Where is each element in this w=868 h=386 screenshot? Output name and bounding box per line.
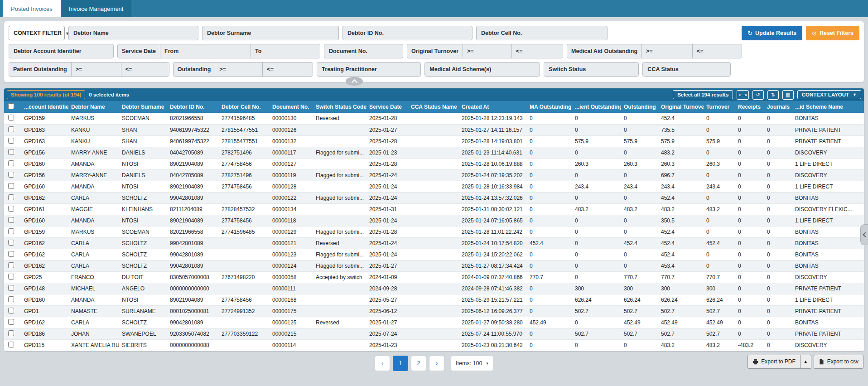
row-checkbox[interactable]: [8, 296, 14, 302]
document-no-input[interactable]: [324, 44, 403, 58]
column-header-debtor-id-no[interactable]: Debtor ID No.: [167, 101, 219, 113]
column-header-debtor-surname[interactable]: Debtor Surname: [119, 101, 167, 113]
table-row[interactable]: GPD162CARLASCHOLTZ9904280108900000122Fla…: [4, 192, 864, 203]
treating-practitioner-input[interactable]: [317, 62, 421, 77]
table-row[interactable]: GPD25FRANCODU TOIT8305057000008276714982…: [4, 271, 864, 283]
tab-posted-invoices[interactable]: Posted Invoices: [3, 0, 61, 17]
column-header-outstanding[interactable]: Outstanding: [621, 101, 658, 113]
export-pdf-button[interactable]: Export to PDF: [747, 355, 800, 369]
table-row[interactable]: GPD162CARLASCHOLTZ9904280108900000125Rev…: [4, 317, 864, 328]
column-header-original-turnover[interactable]: Original Turnover: [658, 101, 704, 113]
column-header-id-scheme-name[interactable]: ...id Scheme Name: [792, 101, 864, 113]
column-header-created-at[interactable]: Created At: [459, 101, 527, 113]
context-filter-select[interactable]: CONTEXT FILTER ▾: [9, 26, 65, 40]
debtor-cell-input[interactable]: [476, 26, 608, 40]
cca-status-input[interactable]: [642, 62, 731, 77]
row-checkbox[interactable]: [8, 138, 14, 144]
row-checkbox[interactable]: [8, 160, 14, 166]
row-checkbox[interactable]: [8, 172, 14, 178]
switch-status-input[interactable]: [544, 62, 639, 77]
row-checkbox[interactable]: [8, 330, 14, 336]
original-turnover-gte-input[interactable]: [463, 44, 512, 58]
prev-page-button[interactable]: ‹: [375, 356, 390, 371]
table-row[interactable]: GPD156MARRY-ANNEDANIELS04042705089278275…: [4, 147, 864, 158]
table-row[interactable]: GPD186JOHANSWANEPOEL92033050740822777033…: [4, 328, 864, 339]
export-csv-button[interactable]: Export to csv: [814, 355, 863, 369]
table-row[interactable]: GPD162CARLASCHOLTZ9904280108900000124Fla…: [4, 260, 864, 271]
column-header-cca-status-name[interactable]: CCA Status Name: [408, 101, 459, 113]
table-row[interactable]: GPD160AMANDANTOSI89021904089277475845600…: [4, 215, 864, 226]
table-row[interactable]: GPD160AMANDANTOSI89021904089277475845600…: [4, 294, 864, 305]
row-checkbox[interactable]: [8, 342, 14, 347]
row-checkbox[interactable]: [8, 115, 14, 121]
table-row[interactable]: GPD156MARRY-ANNEDANIELS04042705089278275…: [4, 169, 864, 181]
debtor-account-identifier-input[interactable]: [9, 44, 114, 58]
row-checkbox[interactable]: [8, 194, 14, 200]
row-checkbox[interactable]: [8, 183, 14, 189]
column-header-debtor-name[interactable]: Debtor Name: [68, 101, 119, 113]
table-row[interactable]: GPD159MARKUSSCOEMAN820219665582774159648…: [4, 113, 864, 124]
debtor-surname-input[interactable]: [202, 26, 339, 40]
column-header-receipts[interactable]: Receipts: [735, 101, 764, 113]
column-header-ient-outstanding[interactable]: ...ient Outstanding: [572, 101, 621, 113]
original-turnover-lte-input[interactable]: [512, 44, 563, 58]
page-2-button[interactable]: 2: [411, 356, 426, 371]
items-per-page-select[interactable]: Items: 100 ▾: [451, 356, 493, 371]
patient-outstanding-gte-input[interactable]: [72, 63, 121, 76]
medical-aid-outstanding-lte-input[interactable]: [693, 44, 742, 58]
column-header-debtor-cell-no[interactable]: Debtor Cell No.: [219, 101, 270, 113]
table-row[interactable]: GPD159MARKUSSCOEMAN820219665582774159648…: [4, 226, 864, 237]
column-header-switch-status-code[interactable]: Switch Status Code: [313, 101, 366, 113]
table-row[interactable]: GPD163KANKUSHAN9406199745322278155477551…: [4, 124, 864, 135]
sort-button[interactable]: ⇅: [767, 90, 779, 100]
fit-columns-button[interactable]: ⇤⇥: [737, 90, 748, 100]
select-all-checkbox[interactable]: [8, 103, 14, 109]
side-panel-toggle[interactable]: [860, 224, 868, 245]
row-checkbox[interactable]: [8, 308, 14, 314]
column-header-turnover[interactable]: Turnover: [704, 101, 735, 113]
page-1-button[interactable]: 1: [393, 356, 408, 371]
next-page-button[interactable]: ›: [429, 356, 444, 371]
row-checkbox[interactable]: [8, 206, 14, 212]
row-checkbox[interactable]: [8, 285, 14, 291]
column-header-journals[interactable]: Journals: [764, 101, 792, 113]
row-checkbox[interactable]: [8, 274, 14, 280]
service-date-to-input[interactable]: [251, 44, 320, 58]
collapse-filters-button[interactable]: [346, 77, 363, 86]
table-row[interactable]: GPD160AMANDANTOSI89021904089277475845600…: [4, 158, 864, 169]
table-row[interactable]: GPD148MICHAELANGELO000000000000000000111…: [4, 283, 864, 294]
context-layout-select[interactable]: CONTEXT LAYOUT ▼: [797, 90, 861, 99]
row-checkbox[interactable]: [8, 228, 14, 234]
column-header-ma-outstanding[interactable]: MA Outstanding: [527, 101, 572, 113]
table-row[interactable]: GPD162CARLASCHOLTZ9904280108900000121Rev…: [4, 237, 864, 249]
table-row[interactable]: GPD163KANKUSHAN9406199745322278155477551…: [4, 135, 864, 147]
column-header-ccount-identifier[interactable]: ...ccount Identifier: [21, 101, 68, 113]
update-results-button[interactable]: ↻ Update Results: [742, 26, 802, 40]
row-checkbox[interactable]: [8, 319, 14, 325]
table-row[interactable]: GPD160AMANDANTOSI89021904089277475845600…: [4, 181, 864, 192]
medical-aid-outstanding-gte-input[interactable]: [642, 44, 693, 58]
debtor-id-input[interactable]: [342, 26, 473, 40]
column-header-service-date[interactable]: Service Date: [366, 101, 408, 113]
row-checkbox[interactable]: [8, 149, 14, 155]
row-checkbox[interactable]: [8, 262, 14, 268]
tab-invoice-management[interactable]: Invoice Management: [61, 0, 132, 17]
outstanding-gte-input[interactable]: [215, 63, 263, 76]
outstanding-lte-input[interactable]: [263, 63, 313, 76]
row-checkbox[interactable]: [8, 240, 14, 246]
columns-button[interactable]: ▦: [782, 90, 794, 100]
table-row[interactable]: GPD161MAGGIEKLEINHANS8211120408927828457…: [4, 203, 864, 215]
patient-outstanding-lte-input[interactable]: [121, 63, 169, 76]
table-row[interactable]: GPD1NAMASTESURLANAME00010250000812772499…: [4, 305, 864, 317]
reset-filters-button[interactable]: ⊘ Reset Filters: [806, 26, 859, 40]
row-checkbox[interactable]: [8, 126, 14, 132]
table-row[interactable]: GPD115XANTE AMELIA RUTHSIEBRITS000000000…: [4, 339, 864, 351]
row-checkbox[interactable]: [8, 251, 14, 257]
medical-aid-schemes-input[interactable]: [424, 62, 540, 77]
service-date-from-input[interactable]: [160, 44, 251, 58]
debtor-name-input[interactable]: [68, 26, 198, 40]
select-all-results-button[interactable]: Select all 194 results: [673, 90, 733, 99]
table-row[interactable]: GPD162CARLASCHOLTZ9904280108900000123Fla…: [4, 249, 864, 260]
row-checkbox[interactable]: [8, 217, 14, 223]
column-header-document-no[interactable]: Document No.: [270, 101, 313, 113]
